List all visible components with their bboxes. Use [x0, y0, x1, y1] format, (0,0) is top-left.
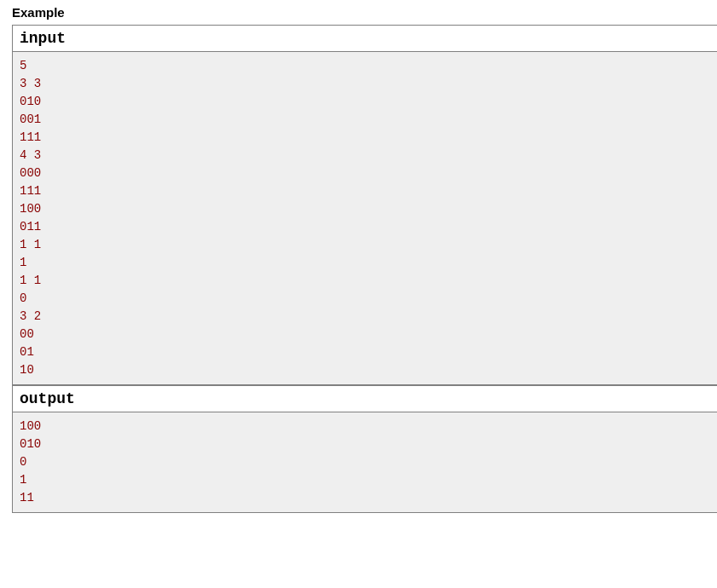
input-block: input 5 3 3 010 001 111 4 3 000 111 100 … [12, 25, 717, 385]
input-content: 5 3 3 010 001 111 4 3 000 111 100 011 1 … [20, 57, 710, 379]
output-body: 100 010 0 1 11 [13, 412, 717, 513]
output-label: output [20, 390, 75, 407]
output-content: 100 010 0 1 11 [20, 418, 710, 507]
output-block: output 100 010 0 1 11 [12, 385, 717, 513]
input-label: input [20, 30, 66, 47]
example-section-title: Example [12, 5, 717, 20]
input-header: input [13, 25, 717, 52]
input-body: 5 3 3 010 001 111 4 3 000 111 100 011 1 … [13, 52, 717, 385]
output-header: output [13, 385, 717, 412]
